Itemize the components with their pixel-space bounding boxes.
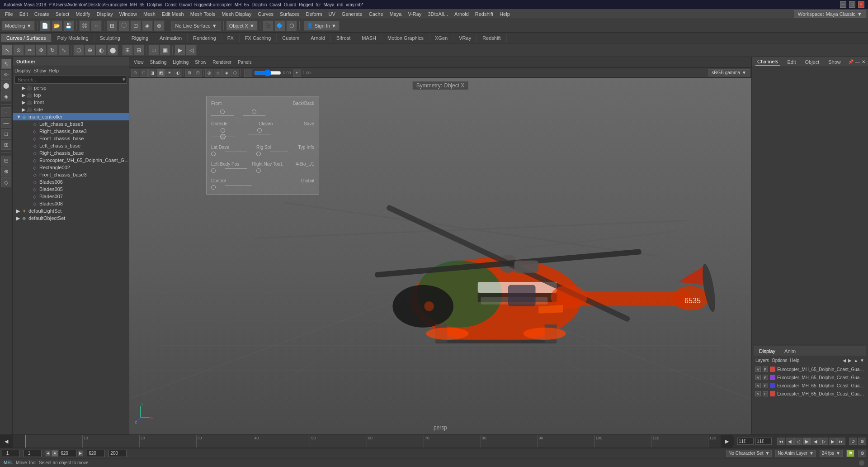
tree-item-front_chassis_base[interactable]: ◇Front_chassis_base [13, 135, 129, 142]
ctrl-circle[interactable] [220, 110, 225, 114]
tab-fx-caching[interactable]: FX Caching [240, 34, 277, 42]
next-layer-icon[interactable]: ▶ [848, 358, 852, 363]
tree-item-blades006[interactable]: ◇Blades006 [13, 178, 129, 186]
tree-item-persp[interactable]: ▶🎥persp [13, 84, 129, 91]
go-to-start-button[interactable]: ⏮ [777, 438, 785, 445]
timeline-playhead[interactable] [25, 435, 26, 448]
layer-vis-toggle[interactable]: V [755, 367, 761, 372]
shadow-icon[interactable]: ◐ [174, 69, 182, 77]
close-button[interactable]: ✕ [858, 1, 864, 8]
save-file-button[interactable]: 💾 [63, 20, 74, 31]
max-frame-input[interactable] [108, 450, 127, 457]
layer-playback-toggle[interactable]: P [763, 375, 768, 380]
play-back-button[interactable]: ◀ [811, 438, 820, 445]
fps-dropdown[interactable]: 24 fps ▼ [820, 450, 843, 457]
tab-arnold[interactable]: Arnold [305, 34, 331, 42]
mode-dropdown[interactable]: Modeling ▼ [2, 21, 35, 31]
view-menu[interactable]: View [131, 60, 146, 65]
menu-item-v-ray[interactable]: V-Ray [405, 10, 425, 18]
tree-item-top[interactable]: ▶🎥top [13, 91, 129, 99]
play-preview-button[interactable]: ▶ [175, 45, 185, 56]
ctrl-circle[interactable] [211, 185, 216, 190]
range-start-input[interactable] [2, 450, 20, 457]
ipr-button[interactable]: ⬡ [286, 20, 297, 31]
ctrl-circle[interactable] [256, 168, 261, 173]
ctrl-circle[interactable] [257, 128, 262, 133]
menu-item-3dtoall...[interactable]: 3DtoAll... [425, 10, 451, 18]
menu-item-deform[interactable]: Deform [302, 10, 325, 18]
render-button[interactable]: 🔷 [274, 20, 285, 31]
snap-curve-button[interactable]: 〇 [118, 20, 129, 31]
ctrl-circle[interactable] [211, 152, 216, 156]
snap-surface-button[interactable]: ◈ [142, 20, 153, 31]
universal-manip-button[interactable]: ⊟ [133, 45, 144, 56]
menu-item-help[interactable]: Help [496, 10, 513, 18]
next-key-button[interactable]: ▶ [829, 438, 837, 445]
outliner-display-menu[interactable]: Display [14, 68, 31, 73]
tree-item-right_chassis_base3[interactable]: ◇Right_chassis_base3 [13, 128, 129, 135]
workspace-dropdown[interactable]: Workspace: Maya Classic ▼ [794, 10, 866, 18]
menu-item-edit[interactable]: Edit [16, 10, 31, 18]
scale-tool-button[interactable]: ⤡ [58, 45, 69, 56]
nurbs-icon[interactable]: ⬡ [231, 69, 239, 77]
go-to-end-button[interactable]: ⏭ [837, 438, 845, 445]
tree-item-front_chassis_base3[interactable]: ◇Front_chassis_base3 [13, 171, 129, 178]
tab-redshift[interactable]: Redshift [477, 34, 506, 42]
auto-key-button[interactable]: ⚑ [846, 450, 854, 457]
menu-item-meshdisplay[interactable]: Mesh Display [218, 10, 255, 18]
isolate-icon[interactable]: ◎ [205, 69, 213, 77]
menu-item-display[interactable]: Display [94, 10, 116, 18]
tree-item-blades005[interactable]: ◇Blades005 [13, 186, 129, 193]
snap-mode-button[interactable]: ⊕ [1, 167, 11, 176]
tree-item-blades008[interactable]: ◇Blades008 [13, 200, 129, 207]
wire-icon[interactable]: □ [140, 69, 148, 77]
tree-item-eurocopter[interactable]: ◇Eurocopter_MH_65_Dolphin_Coast_G... [13, 157, 129, 164]
menu-item-curves[interactable]: Curves [255, 10, 277, 18]
vertex-mode-button[interactable]: · [1, 107, 11, 117]
channels-tab[interactable]: Channels [755, 58, 780, 66]
tab-poly-modeling[interactable]: Poly Modeling [52, 34, 94, 42]
tree-item-blades007[interactable]: ◇Blades007 [13, 193, 129, 200]
show-menu[interactable]: Show [192, 60, 209, 65]
tree-item-defaultObjectSet[interactable]: ▶⊕defaultObjectSet [13, 214, 129, 222]
snap-to-poly-button[interactable]: ⬡ [73, 45, 84, 56]
paint-weights-button[interactable]: ◐ [96, 45, 107, 56]
no-character-set-dropdown[interactable]: No Character Set ▼ [726, 450, 772, 457]
layer-row[interactable]: V P Eurocopter_MH_65_Dolphin_Coast_Guard… [754, 373, 866, 381]
layer-row[interactable]: V P Eurocopter_MH_65_Dolphin_Coast_Guard… [754, 390, 866, 398]
increase-exposure-button[interactable]: + [293, 69, 301, 77]
tab-animation[interactable]: Animation [154, 34, 188, 42]
layer-vis-toggle[interactable]: V [755, 375, 761, 380]
show-tab[interactable]: Show [826, 58, 843, 66]
viewport-canvas[interactable]: Symmetry: Object X Front Back/Back [129, 78, 751, 434]
transform-button[interactable]: ⌘ [79, 20, 90, 31]
menu-item-modify[interactable]: Modify [72, 10, 93, 18]
settings-bottom-button[interactable]: ⚙ [858, 450, 866, 457]
tab-fx[interactable]: FX [222, 34, 240, 42]
edge-mode-button[interactable]: — [1, 118, 11, 128]
close-panel-icon[interactable]: ✕ [862, 59, 865, 64]
paint-mode-button[interactable]: ✏ [1, 70, 11, 80]
layers-menu[interactable]: Layers [755, 358, 769, 363]
camera-button[interactable]: 🎥 [263, 20, 274, 31]
layer-playback-toggle[interactable]: P [763, 391, 768, 396]
grid-mode-button[interactable]: ⊟ [1, 156, 11, 166]
tab-mash[interactable]: MASH [356, 34, 382, 42]
tab-rigging[interactable]: Rigging [126, 34, 154, 42]
lighting-menu[interactable]: Lighting [170, 60, 191, 65]
anim-ghost-button[interactable]: ◁ [186, 45, 197, 56]
hud-icon[interactable]: ⊟ [194, 69, 202, 77]
tree-item-left_chassis_base[interactable]: ◇Left_chassis_base [13, 142, 129, 149]
sculpt-mode-button[interactable]: ⬤ [1, 81, 11, 91]
no-live-surface-button[interactable]: No Live Surface ▼ [171, 21, 221, 31]
rotate-tool-button[interactable]: ↻ [47, 45, 58, 56]
maximize-button[interactable]: □ [849, 1, 855, 8]
settings-button[interactable]: ⚙ [858, 438, 866, 445]
tree-item-side[interactable]: ▶🎥side [13, 106, 129, 113]
menu-item-uv[interactable]: UV [326, 10, 339, 18]
display-layers-tab[interactable]: Display [757, 348, 777, 355]
layer-row[interactable]: V P Eurocopter_MH_65_Dolphin_Coast_Guard… [754, 381, 866, 390]
sculpt-button[interactable]: ⬤ [107, 45, 118, 56]
object-x-dropdown[interactable]: Object X ▼ [226, 21, 258, 31]
new-file-button[interactable]: 📄 [40, 20, 51, 31]
